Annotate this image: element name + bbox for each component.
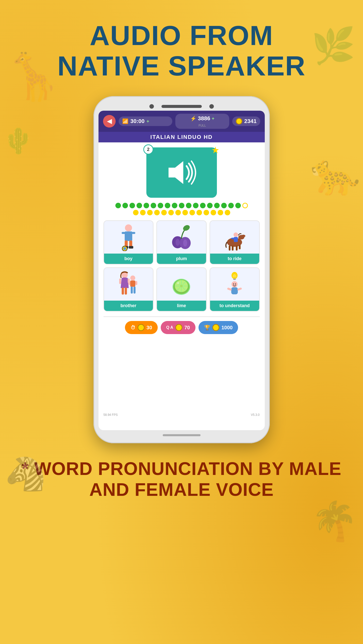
time-bonus-icon: ⏱: [130, 325, 136, 331]
yellow-dots-row: [104, 210, 260, 215]
phone-camera-right: [209, 104, 214, 109]
phone-top-bar: [98, 101, 265, 111]
svg-point-45: [177, 282, 179, 284]
svg-rect-21: [236, 246, 238, 251]
card-to-understand[interactable]: to understand: [210, 267, 260, 311]
card-boy-label: boy: [104, 254, 153, 264]
phone-container: ◀ 📶 30:00 + ⚡ 3886 + FULL: [0, 96, 363, 443]
energy-value: 3886: [198, 115, 210, 122]
svg-rect-51: [237, 287, 242, 291]
bottom-action-bar: ⏱ 30 Q A 70 🏆 1000: [104, 316, 260, 334]
dot-yellow: [133, 210, 139, 215]
trophy-bonus-coin: [212, 324, 219, 331]
dot-green: [137, 203, 142, 208]
card-plum-label: plum: [157, 254, 206, 264]
svg-point-31: [130, 275, 135, 280]
dot-yellow: [211, 210, 216, 215]
dot-green: [129, 203, 135, 208]
page-title: AUDIO FROM NATIVE SPEAKER: [0, 20, 363, 81]
dot-yellow: [182, 210, 188, 215]
svg-rect-30: [125, 288, 127, 295]
svg-point-52: [233, 284, 234, 285]
dot-green: [165, 203, 170, 208]
coins-badge: 2341: [232, 116, 260, 126]
main-content: 🎵 ☀ Aa 🖼 2 ★: [98, 142, 265, 430]
qa-bonus-icon: Q A: [166, 325, 173, 330]
trophy-bonus-button[interactable]: 🏆 1000: [199, 321, 238, 334]
coins-value: 2341: [244, 118, 257, 125]
coin-icon: [236, 118, 242, 125]
dot-green: [200, 203, 206, 208]
dot-green: [235, 203, 241, 208]
card-plum-image: [157, 221, 206, 254]
version-label: V5.3.0: [251, 413, 260, 417]
progress-section: [104, 203, 260, 215]
time-bonus-button[interactable]: ⏱ 30: [125, 321, 158, 334]
dot-green: [193, 203, 199, 208]
dot-green: [186, 203, 191, 208]
bottom-tagline-block: * WORD PRONUNCIATION BY MALE AND FEMALE …: [0, 443, 363, 510]
audio-number: 2: [143, 144, 153, 154]
card-plum[interactable]: plum: [156, 220, 207, 264]
dot-yellow: [204, 210, 209, 215]
green-dots-row: [104, 203, 260, 208]
dot-yellow: [175, 210, 181, 215]
dot-yellow: [161, 210, 167, 215]
dot-yellow: [225, 210, 230, 215]
dot-yellow: [140, 210, 146, 215]
time-bonus-value: 30: [147, 325, 152, 331]
card-to-understand-label: to understand: [210, 301, 259, 311]
card-boy[interactable]: boy: [104, 220, 154, 264]
game-title-bar: ITALIAN LINDUO HD: [98, 132, 265, 142]
svg-rect-49: [231, 287, 238, 294]
trophy-icon: 🏆: [204, 325, 210, 331]
qa-bonus-button[interactable]: Q A 70: [161, 321, 195, 334]
card-to-understand-image: [210, 268, 259, 301]
svg-rect-32: [130, 280, 135, 287]
svg-point-13: [176, 239, 180, 246]
trophy-bonus-value: 1000: [221, 325, 233, 331]
speaker-icon: [165, 156, 198, 189]
card-to-ride[interactable]: to ride: [210, 220, 260, 264]
dot-yellow: [218, 210, 223, 215]
dot-green: [179, 203, 184, 208]
understand-illustration: [223, 270, 246, 298]
fps-label: 58.94 FPS: [104, 413, 118, 417]
card-lime[interactable]: lime: [156, 267, 207, 311]
timer-plus: +: [147, 119, 149, 124]
svg-rect-20: [232, 246, 234, 251]
svg-point-14: [183, 239, 187, 247]
svg-rect-50: [227, 288, 232, 291]
phone: ◀ 📶 30:00 + ⚡ 3886 + FULL: [93, 96, 270, 443]
status-bar: ◀ 📶 30:00 + ⚡ 3886 + FULL: [98, 111, 265, 132]
svg-point-1: [125, 224, 132, 231]
dot-yellow: [189, 210, 195, 215]
dot-green: [214, 203, 220, 208]
dot-green: [122, 203, 128, 208]
svg-rect-22: [239, 245, 241, 249]
svg-point-48: [232, 281, 238, 287]
timer-value: 30:00: [130, 118, 145, 125]
svg-rect-2: [125, 231, 132, 241]
home-bar: [163, 434, 201, 436]
svg-rect-24: [234, 237, 238, 242]
energy-badge: ⚡ 3886 + FULL: [175, 114, 229, 129]
wifi-icon: 📶: [122, 118, 128, 124]
back-button[interactable]: ◀: [103, 115, 116, 128]
audio-button[interactable]: 2 ★: [146, 147, 217, 198]
svg-point-15: [182, 224, 191, 232]
phone-screen: ◀ 📶 30:00 + ⚡ 3886 + FULL: [98, 111, 265, 430]
svg-rect-19: [229, 246, 230, 251]
qa-bonus-value: 70: [184, 325, 190, 331]
card-brother-image: [104, 268, 153, 301]
phone-earpiece: [161, 105, 202, 108]
dot-green: [207, 203, 213, 208]
home-indicator: [98, 430, 265, 438]
card-brother[interactable]: brother: [104, 267, 154, 311]
svg-point-53: [235, 284, 236, 285]
dot-green: [151, 203, 156, 208]
brother-illustration: [117, 270, 140, 298]
dot-green: [158, 203, 163, 208]
cards-grid: boy: [104, 220, 260, 311]
plum-illustration: [170, 223, 193, 251]
